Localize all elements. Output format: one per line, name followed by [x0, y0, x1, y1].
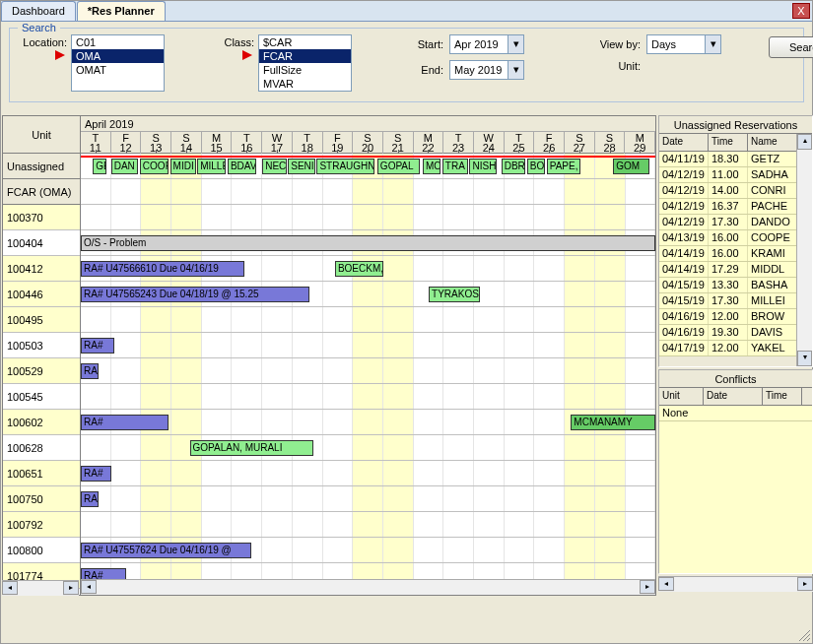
gantt-bar[interactable]: PAPE, [547, 159, 580, 174]
unit-row[interactable]: 100404 [3, 230, 80, 256]
unit-row[interactable]: 100750 [3, 486, 80, 512]
unit-row[interactable]: 100792 [3, 512, 80, 538]
gantt-bar[interactable]: RA# U47557624 Due 04/16/19 @ [81, 543, 251, 558]
gantt-bar[interactable]: BDAV [228, 159, 256, 174]
gantt-bar[interactable]: MCMANAMY [571, 415, 655, 430]
scroll-right-icon[interactable]: ▸ [63, 581, 79, 595]
scroll-down-icon[interactable]: ▾ [797, 351, 812, 366]
search-button[interactable]: Search [769, 36, 813, 58]
unit-row[interactable]: 100446 [3, 282, 80, 307]
gantt-bar[interactable]: GET [93, 159, 106, 174]
gantt-bar[interactable]: O/S - Problem [81, 235, 655, 251]
end-combo[interactable]: May 2019 ▾ [449, 60, 524, 80]
gantt-bar[interactable]: DAN [111, 159, 139, 174]
unassigned-vscroll[interactable]: ▴ ▾ [796, 134, 812, 366]
chevron-down-icon[interactable]: ▾ [508, 35, 523, 53]
col-date[interactable]: Date [659, 134, 709, 151]
unit-row[interactable]: Unassigned [3, 154, 80, 179]
gantt-bar[interactable]: RA# [81, 338, 114, 354]
gantt-bar[interactable]: NISH [469, 159, 497, 174]
gantt-bar[interactable]: MIDI [170, 159, 196, 174]
class-option[interactable]: MVAR [259, 77, 351, 91]
unassigned-row[interactable]: 04/15/1917.30MILLEI [659, 293, 796, 309]
gantt-bar[interactable]: GOM [613, 159, 649, 174]
gantt-bar[interactable]: BO [527, 159, 545, 174]
gantt-bar[interactable]: TYRAKOS [429, 287, 480, 302]
gantt-bar[interactable]: MILLE [197, 159, 226, 174]
gantt-bar[interactable]: RA# [81, 363, 99, 379]
gantt-bar[interactable]: RA# [81, 415, 169, 430]
scroll-right-icon[interactable]: ▸ [640, 580, 655, 594]
close-icon[interactable]: X [792, 3, 810, 19]
unassigned-row[interactable]: 04/16/1919.30DAVIS [659, 325, 796, 341]
unit-row[interactable]: 100495 [3, 307, 80, 333]
start-combo[interactable]: Apr 2019 ▾ [449, 34, 524, 54]
unit-row[interactable]: 100651 [3, 461, 80, 486]
chevron-down-icon[interactable]: ▾ [508, 61, 523, 79]
tab-res-planner[interactable]: *Res Planner [77, 1, 166, 21]
scroll-track[interactable] [674, 577, 797, 592]
gantt-hscroll[interactable]: ◂ ▸ [81, 579, 655, 595]
unit-row[interactable]: 100529 [3, 358, 80, 384]
gantt-bar[interactable]: SENI [288, 159, 315, 174]
viewby-combo[interactable]: Days ▾ [646, 34, 721, 54]
gantt-bar[interactable]: RA# U47565243 Due 04/18/19 @ 15.25 [81, 287, 309, 302]
resize-grip-icon[interactable] [795, 626, 811, 642]
class-option[interactable]: FullSize [259, 63, 351, 77]
gantt-bar[interactable]: COOP [140, 159, 169, 174]
gantt-bar[interactable]: NEC [262, 159, 287, 174]
location-option[interactable]: OMA [72, 49, 164, 63]
location-listbox[interactable]: C01OMAOMAT [71, 34, 165, 92]
unit-hscroll[interactable]: ◂ ▸ [2, 580, 79, 596]
scroll-left-icon[interactable]: ◂ [81, 580, 97, 594]
unassigned-row[interactable]: 04/12/1914.00CONRI [659, 183, 796, 199]
unassigned-row[interactable]: 04/14/1916.00KRAMI [659, 246, 796, 262]
unassigned-row[interactable]: 04/11/1918.30GETZ [659, 152, 796, 167]
col-name[interactable]: Name [748, 134, 796, 151]
unit-row[interactable]: 100628 [3, 435, 80, 461]
gantt-bar[interactable]: MC [423, 159, 440, 174]
col-time[interactable]: Time [709, 134, 748, 151]
scroll-left-icon[interactable]: ◂ [2, 581, 18, 595]
unit-row[interactable]: 100503 [3, 333, 80, 358]
unit-row[interactable]: FCAR (OMA) [3, 179, 80, 205]
gantt-bar[interactable]: RA# U47566610 Due 04/16/19 [81, 261, 244, 277]
scroll-right-icon[interactable]: ▸ [797, 577, 813, 591]
gantt-body[interactable]: GETDANCOOPMIDIMILLEBDAVNECSENISTRAUGHNGO… [81, 154, 655, 596]
unassigned-row[interactable]: 04/12/1916.37PACHE [659, 199, 796, 215]
location-option[interactable]: OMAT [72, 63, 164, 77]
unassigned-row[interactable]: 04/14/1917.29MIDDL [659, 262, 796, 278]
gantt-bar[interactable]: DBR [502, 159, 526, 174]
unit-row[interactable]: 100370 [3, 205, 80, 230]
scroll-track[interactable] [97, 580, 640, 595]
unassigned-row[interactable]: 04/16/1912.00BROW [659, 309, 796, 325]
unit-row[interactable]: 100545 [3, 384, 80, 410]
gantt-bar[interactable]: RA# [81, 491, 99, 507]
scroll-track[interactable] [797, 150, 812, 351]
gantt-bar[interactable]: GOPALAN, MURALI [190, 440, 314, 456]
right-hscroll[interactable]: ◂ ▸ [658, 576, 813, 592]
gantt-bar[interactable]: TRA [442, 159, 468, 174]
scroll-track[interactable] [18, 581, 63, 596]
chevron-down-icon[interactable]: ▾ [705, 35, 720, 53]
unassigned-row[interactable]: 04/12/1911.00SADHA [659, 167, 796, 183]
class-option[interactable]: $CAR [259, 35, 351, 49]
col-unit[interactable]: Unit [659, 388, 704, 405]
gantt-bar[interactable]: GOPAL [377, 159, 420, 174]
class-listbox[interactable]: $CARFCARFullSizeMVAR [258, 34, 352, 92]
tab-dashboard[interactable]: Dashboard [1, 1, 76, 21]
gantt-bar[interactable]: BOECKM, [335, 261, 383, 277]
col-date[interactable]: Date [704, 388, 763, 405]
unassigned-row[interactable]: 04/13/1916.00COOPE [659, 230, 796, 246]
unassigned-row[interactable]: 04/15/1913.30BASHA [659, 278, 796, 293]
col-time[interactable]: Time [763, 388, 802, 405]
unit-row[interactable]: 100412 [3, 256, 80, 282]
location-option[interactable]: C01 [72, 35, 164, 49]
scroll-up-icon[interactable]: ▴ [797, 134, 812, 150]
scroll-left-icon[interactable]: ◂ [658, 577, 674, 591]
unit-row[interactable]: 100602 [3, 410, 80, 435]
unassigned-row[interactable]: 04/12/1917.30DANDO [659, 215, 796, 230]
gantt-bar[interactable]: STRAUGHN [316, 159, 373, 174]
unit-row[interactable]: 100800 [3, 538, 80, 563]
class-option[interactable]: FCAR [259, 49, 351, 63]
